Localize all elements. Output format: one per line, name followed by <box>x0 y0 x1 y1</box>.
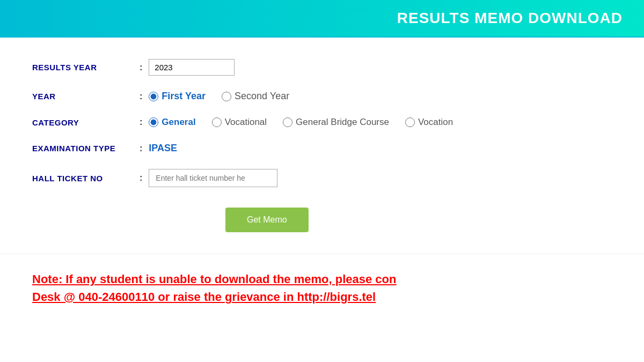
general-label: General <box>162 117 195 128</box>
vocational-bridge-radio[interactable] <box>405 117 415 127</box>
year-row: YEAR : First Year Second Year <box>32 91 612 102</box>
note-text-2: Desk @ 040-24600110 or raise the grievan… <box>32 288 612 306</box>
exam-type-row: EXAMINATION TYPE : IPASE <box>32 143 612 154</box>
page-title: RESULTS MEMO DOWNLOAD <box>397 10 623 26</box>
vocational-label: Vocational <box>225 117 267 128</box>
page-header: RESULTS MEMO DOWNLOAD <box>0 0 644 36</box>
general-radio[interactable] <box>149 117 158 127</box>
note-section: Note: If any student is unable to downlo… <box>0 254 644 316</box>
main-form: RESULTS YEAR : YEAR : First Year Second … <box>0 38 644 254</box>
results-year-label: RESULTS YEAR <box>32 63 140 72</box>
category-radio-group: General Vocational General Bridge Course… <box>149 117 453 128</box>
general-option[interactable]: General <box>149 117 195 128</box>
note-link-2[interactable]: Desk @ 040-24600110 or raise the grievan… <box>32 290 376 304</box>
second-year-option[interactable]: Second Year <box>222 91 289 102</box>
year-colon: : <box>140 92 142 101</box>
second-year-label: Second Year <box>235 91 289 102</box>
year-label: YEAR <box>32 92 140 101</box>
hall-ticket-row: HALL TICKET NO : <box>32 169 612 187</box>
note-link-1[interactable]: Note: If any student is unable to downlo… <box>32 272 396 286</box>
category-colon: : <box>140 117 142 127</box>
general-bridge-radio[interactable] <box>283 117 292 127</box>
year-radio-group: First Year Second Year <box>149 91 289 102</box>
category-row: CATEGORY : General Vocational General Br… <box>32 117 612 128</box>
note-text-1: Note: If any student is unable to downlo… <box>32 270 612 288</box>
hall-ticket-colon: : <box>140 173 142 183</box>
hall-ticket-input[interactable] <box>149 169 277 187</box>
results-year-colon: : <box>140 63 142 72</box>
general-bridge-label: General Bridge Course <box>296 117 389 128</box>
first-year-label: First Year <box>162 91 206 102</box>
general-bridge-option[interactable]: General Bridge Course <box>283 117 389 128</box>
second-year-radio[interactable] <box>222 92 231 101</box>
get-memo-row: Get Memo <box>32 202 612 232</box>
exam-type-value: IPASE <box>149 143 177 154</box>
get-memo-button[interactable]: Get Memo <box>225 208 309 232</box>
first-year-option[interactable]: First Year <box>149 91 206 102</box>
vocational-option[interactable]: Vocational <box>212 117 267 128</box>
results-year-row: RESULTS YEAR : <box>32 59 612 76</box>
vocational-bridge-option[interactable]: Vocation <box>405 117 453 128</box>
exam-type-colon: : <box>140 144 142 153</box>
vocational-radio[interactable] <box>212 117 222 127</box>
hall-ticket-label: HALL TICKET NO <box>32 174 140 183</box>
exam-type-label: EXAMINATION TYPE <box>32 144 140 153</box>
category-label: CATEGORY <box>32 118 140 127</box>
first-year-radio[interactable] <box>149 92 158 101</box>
vocational-bridge-label: Vocation <box>418 117 453 128</box>
results-year-input[interactable] <box>149 59 235 76</box>
